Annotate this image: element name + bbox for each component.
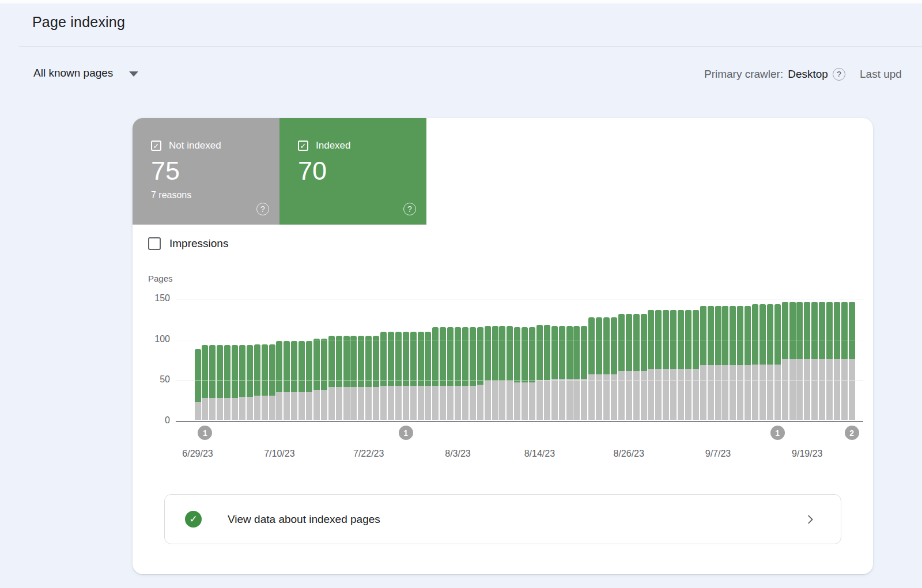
bar[interactable]: [826, 302, 833, 420]
bar[interactable]: [380, 332, 387, 420]
bar[interactable]: [641, 314, 647, 420]
bar[interactable]: [247, 345, 253, 420]
bar[interactable]: [708, 306, 714, 420]
bar[interactable]: [365, 336, 372, 420]
checkbox-checked-icon[interactable]: ✓: [298, 141, 308, 151]
bar[interactable]: [678, 310, 684, 420]
bar[interactable]: [730, 306, 736, 420]
bar[interactable]: [789, 302, 796, 420]
bar[interactable]: [395, 332, 402, 420]
bar[interactable]: [202, 345, 208, 420]
impressions-toggle[interactable]: Impressions: [148, 237, 228, 250]
bar[interactable]: [849, 302, 855, 420]
bar[interactable]: [834, 302, 840, 420]
bar[interactable]: [232, 345, 238, 420]
annotation-marker[interactable]: 2: [845, 426, 859, 440]
bar[interactable]: [418, 332, 424, 420]
bar[interactable]: [529, 327, 535, 420]
bar[interactable]: [737, 306, 743, 420]
bar[interactable]: [745, 306, 751, 420]
bar[interactable]: [774, 304, 781, 420]
bar[interactable]: [343, 336, 350, 420]
bar[interactable]: [596, 317, 602, 420]
bar[interactable]: [470, 327, 476, 420]
bar[interactable]: [224, 345, 231, 420]
bar[interactable]: [328, 336, 335, 420]
bar[interactable]: [350, 336, 357, 420]
bar[interactable]: [455, 327, 461, 420]
bar[interactable]: [588, 317, 595, 420]
bar[interactable]: [209, 345, 216, 420]
bar[interactable]: [722, 306, 728, 420]
bar[interactable]: [262, 344, 268, 420]
annotation-marker[interactable]: 1: [399, 426, 413, 440]
bar[interactable]: [551, 326, 558, 420]
bar[interactable]: [544, 325, 550, 420]
bar[interactable]: [321, 339, 327, 420]
bar[interactable]: [195, 349, 201, 420]
bar[interactable]: [373, 336, 379, 420]
annotation-marker[interactable]: 1: [770, 426, 785, 440]
bar[interactable]: [573, 326, 580, 420]
bar-segment-indexed: [745, 306, 751, 365]
bar[interactable]: [336, 336, 342, 420]
bar[interactable]: [239, 345, 245, 420]
bar[interactable]: [670, 310, 677, 420]
bar[interactable]: [536, 325, 543, 420]
bar[interactable]: [254, 344, 260, 420]
bar[interactable]: [492, 326, 498, 420]
bar[interactable]: [499, 326, 505, 420]
bar[interactable]: [715, 306, 721, 420]
bar[interactable]: [633, 314, 640, 420]
summary-card-indexed[interactable]: ✓ Indexed 70 ?: [279, 118, 426, 225]
bar[interactable]: [440, 327, 446, 420]
help-icon[interactable]: ?: [403, 203, 416, 215]
bar[interactable]: [618, 314, 625, 420]
bar[interactable]: [410, 332, 417, 420]
bar[interactable]: [603, 317, 610, 420]
bar[interactable]: [767, 304, 773, 420]
bar[interactable]: [477, 327, 483, 420]
bar[interactable]: [269, 344, 275, 420]
bar[interactable]: [796, 302, 803, 420]
bar[interactable]: [217, 345, 223, 420]
bar[interactable]: [626, 314, 632, 420]
help-icon[interactable]: ?: [256, 203, 269, 215]
bar[interactable]: [559, 326, 565, 420]
bar[interactable]: [841, 302, 848, 420]
bar[interactable]: [425, 332, 431, 420]
checkbox-checked-icon[interactable]: ✓: [151, 141, 161, 151]
bar[interactable]: [388, 332, 394, 420]
checkbox-unchecked-icon[interactable]: [148, 237, 161, 250]
bar[interactable]: [759, 304, 766, 420]
summary-card-not-indexed[interactable]: ✓ Not indexed 75 7 reasons ?: [133, 118, 279, 225]
bar[interactable]: [819, 302, 825, 420]
known-pages-dropdown[interactable]: All known pages: [33, 67, 138, 79]
bar[interactable]: [700, 306, 706, 420]
bar[interactable]: [447, 327, 454, 420]
bar[interactable]: [522, 327, 528, 420]
bar[interactable]: [611, 317, 617, 420]
bar[interactable]: [752, 304, 758, 420]
bar[interactable]: [432, 327, 439, 420]
bar[interactable]: [782, 302, 788, 420]
bar[interactable]: [648, 310, 654, 420]
bar[interactable]: [313, 339, 320, 420]
bar[interactable]: [485, 326, 491, 420]
bar[interactable]: [693, 310, 699, 420]
bar[interactable]: [358, 336, 364, 420]
bar[interactable]: [811, 302, 818, 420]
primary-crawler-help-icon[interactable]: ?: [833, 68, 845, 81]
bar[interactable]: [507, 326, 513, 420]
footer-link-row[interactable]: ✓ View data about indexed pages: [164, 494, 841, 544]
bar[interactable]: [655, 310, 662, 420]
bar[interactable]: [462, 327, 468, 420]
bar[interactable]: [403, 332, 409, 420]
bar[interactable]: [804, 302, 810, 420]
bar[interactable]: [663, 310, 669, 420]
annotation-marker[interactable]: 1: [198, 426, 212, 440]
bar[interactable]: [581, 326, 587, 420]
bar[interactable]: [514, 327, 520, 420]
bar[interactable]: [685, 310, 692, 420]
bar[interactable]: [566, 326, 573, 420]
